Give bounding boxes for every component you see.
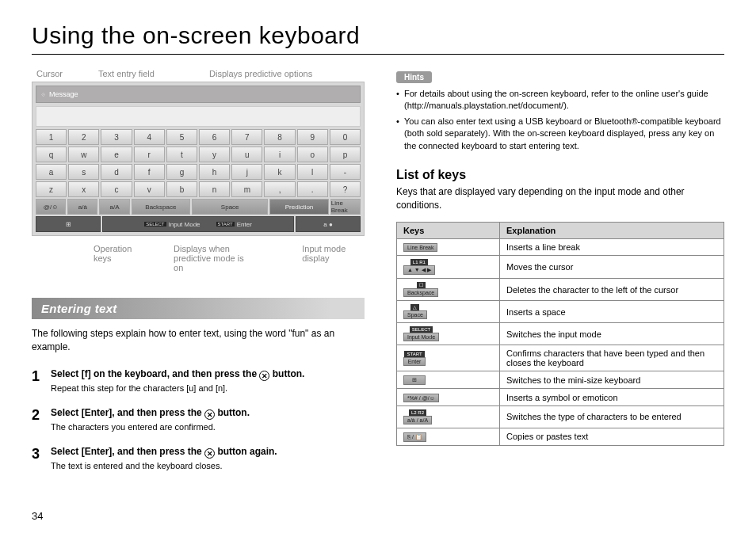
- table-row: L1 R1▲ ▼ ◀ ▶Moves the cursor: [397, 256, 724, 279]
- step-2: 2Select [Enter], and then press the ✕ bu…: [32, 407, 365, 432]
- table-row: SELECTInput ModeSwitches the input mode: [397, 323, 724, 345]
- key-9: 9: [297, 129, 328, 145]
- key-6: 6: [199, 129, 230, 145]
- key-cell: △Space: [397, 301, 500, 323]
- key-op-5: Prediction: [269, 199, 328, 215]
- step-1: 1Select [f] on the keyboard, and then pr…: [32, 368, 365, 393]
- page-number: 34: [32, 510, 43, 522]
- key-cell: STARTEnter: [397, 345, 500, 371]
- key-w: w: [68, 147, 99, 162]
- key-op-2: a/A: [99, 199, 129, 215]
- key-input-mode-display: a ●: [296, 216, 361, 232]
- key-q: q: [36, 147, 67, 162]
- table-row: ☐BackspaceDeletes the character to the l…: [397, 279, 724, 301]
- explanation-cell: Switches the type of characters to be en…: [500, 405, 724, 428]
- table-row: ⊞Switches to the mini-size keyboard: [397, 371, 724, 389]
- x-button-icon: ✕: [204, 448, 215, 459]
- label-cursor: Cursor: [36, 69, 98, 78]
- key-cell: *%# / @/☺: [397, 389, 500, 406]
- key-1: 1: [36, 129, 67, 145]
- key-o: o: [297, 147, 328, 162]
- hint-item: For details about using the on-screen ke…: [396, 88, 724, 112]
- table-row: △SpaceInserts a space: [397, 301, 724, 323]
- key-5: 5: [166, 129, 197, 145]
- key-r: r: [134, 147, 165, 162]
- keyboard-diagram: Cursor Text entry field Displays predict…: [32, 69, 365, 272]
- step-number: 2: [32, 407, 51, 432]
- key-2: 2: [68, 129, 99, 145]
- th-keys: Keys: [397, 222, 500, 238]
- th-explanation: Explanation: [500, 222, 724, 238]
- key-z: z: [36, 181, 67, 197]
- key-v: v: [134, 181, 165, 197]
- label-input-mode-display: Input mode display: [302, 244, 365, 272]
- key-u: u: [231, 147, 262, 162]
- key-op-3: Backspace: [132, 199, 190, 215]
- key-op-6: Line Break: [330, 199, 361, 215]
- table-row: ⎘ / 📋Copies or pastes text: [397, 428, 724, 445]
- explanation-cell: Inserts a space: [500, 301, 724, 323]
- label-predictive-mode: Displays when predictive mode is on: [174, 244, 254, 272]
- step-number: 3: [32, 446, 51, 470]
- key-f: f: [134, 164, 165, 180]
- explanation-cell: Copies or pastes text: [500, 428, 724, 445]
- key--: -: [330, 164, 361, 180]
- hints-badge: Hints: [396, 71, 432, 83]
- page-title: Using the on-screen keyboard: [32, 22, 724, 55]
- key-3: 3: [101, 129, 132, 145]
- explanation-cell: Deletes the character to the left of the…: [500, 279, 724, 301]
- entering-text-banner: Entering text: [32, 298, 365, 319]
- key-i: i: [264, 147, 295, 162]
- step-title: Select [Enter], and then press the ✕ but…: [51, 407, 365, 420]
- table-row: STARTEnterConfirms characters that have …: [397, 345, 724, 371]
- hints-list: For details about using the on-screen ke…: [396, 88, 724, 152]
- key-j: j: [231, 164, 262, 180]
- x-button-icon: ✕: [259, 371, 269, 381]
- step-title: Select [f] on the keyboard, and then pre…: [51, 368, 365, 381]
- key-mini-grid: ⊞: [36, 216, 101, 232]
- key-.: .: [297, 181, 328, 197]
- keys-table: Keys Explanation Line BreakInserts a lin…: [396, 222, 724, 446]
- key-cell: ⎘ / 📋: [397, 428, 500, 445]
- key-x: x: [68, 181, 99, 197]
- message-placeholder: Message: [49, 90, 78, 98]
- key-cell: L1 R1▲ ▼ ◀ ▶: [397, 256, 500, 279]
- key-s: s: [68, 164, 99, 180]
- text-entry-field: ⟐ Message: [36, 86, 361, 103]
- key-input-mode: SELECT Input Mode START Enter: [102, 216, 294, 232]
- entering-intro: The following steps explain how to enter…: [32, 327, 365, 354]
- key-g: g: [166, 164, 197, 180]
- explanation-cell: Inserts a line break: [500, 238, 724, 256]
- list-of-keys-heading: List of keys: [396, 168, 724, 182]
- explanation-cell: Switches to the mini-size keyboard: [500, 371, 724, 389]
- step-subtext: The text is entered and the keyboard clo…: [51, 461, 365, 470]
- key-t: t: [166, 147, 197, 162]
- list-of-keys-intro: Keys that are displayed vary depending o…: [396, 185, 724, 212]
- key-8: 8: [264, 129, 295, 145]
- key-y: y: [199, 147, 230, 162]
- key-0: 0: [330, 129, 361, 145]
- explanation-cell: Moves the cursor: [500, 256, 724, 279]
- explanation-cell: Switches the input mode: [500, 323, 724, 345]
- explanation-cell: Inserts a symbol or emoticon: [500, 389, 724, 406]
- key-op-1: a/à: [67, 199, 97, 215]
- key-cell: Line Break: [397, 238, 500, 256]
- key-?: ?: [330, 181, 361, 197]
- step-title: Select [Enter], and then press the ✕ but…: [51, 446, 365, 459]
- key-a: a: [36, 164, 67, 180]
- key-op-0: @/☺: [36, 199, 66, 215]
- key-,: ,: [264, 181, 295, 197]
- key-4: 4: [134, 129, 165, 145]
- key-m: m: [231, 181, 262, 197]
- table-row: *%# / @/☺Inserts a symbol or emoticon: [397, 389, 724, 406]
- key-h: h: [199, 164, 230, 180]
- key-cell: ⊞: [397, 371, 500, 389]
- hint-item: You can also enter text using a USB keyb…: [396, 116, 724, 152]
- key-l: l: [297, 164, 328, 180]
- key-b: b: [166, 181, 197, 197]
- key-cell: SELECTInput Mode: [397, 323, 500, 345]
- key-7: 7: [231, 129, 262, 145]
- key-op-4: Space: [192, 199, 268, 215]
- key-k: k: [264, 164, 295, 180]
- label-text-entry-field: Text entry field: [98, 69, 209, 78]
